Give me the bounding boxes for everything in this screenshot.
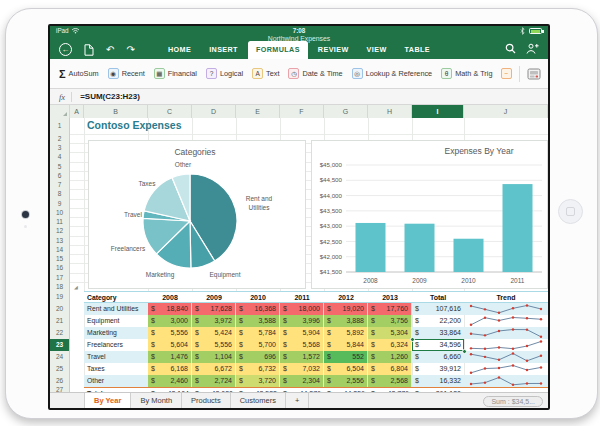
total-cell[interactable]: $39,912 bbox=[412, 363, 464, 375]
function-math-trig-button[interactable]: θMath & Trig bbox=[441, 68, 492, 79]
year-value-cell[interactable]: $1,476 bbox=[148, 351, 192, 363]
year-value-cell[interactable]: $6,168 bbox=[148, 363, 192, 375]
year-value-cell[interactable]: $552 bbox=[324, 351, 368, 363]
row-header-8[interactable]: 8 bbox=[50, 189, 69, 198]
year-value-cell[interactable]: $5,784 bbox=[236, 327, 280, 339]
row-header-1[interactable]: 1 bbox=[50, 118, 69, 134]
year-value-cell[interactable]: $1,260 bbox=[368, 351, 412, 363]
trend-cell[interactable] bbox=[464, 339, 548, 351]
year-value-cell[interactable]: $5,568 bbox=[280, 339, 324, 351]
year-value-cell[interactable]: $2,556 bbox=[324, 375, 368, 387]
trend-cell[interactable] bbox=[464, 363, 548, 375]
row-header-15[interactable]: 15 bbox=[50, 254, 69, 263]
column-header-c[interactable]: C bbox=[148, 105, 192, 118]
total-cell[interactable]: $107,616 bbox=[412, 303, 464, 315]
bar-2008[interactable] bbox=[356, 223, 386, 272]
column-header-e[interactable]: E bbox=[236, 105, 280, 118]
row-header-11[interactable]: 11 bbox=[50, 217, 69, 226]
tab-table[interactable]: TABLE bbox=[397, 41, 438, 59]
category-cell[interactable]: Equipment bbox=[84, 315, 148, 327]
tab-review[interactable]: REVIEW bbox=[310, 41, 357, 59]
sheet-tab-by-year[interactable]: By Year bbox=[84, 393, 131, 408]
add-sheet-button[interactable]: + bbox=[286, 393, 309, 408]
year-value-cell[interactable]: $5,556 bbox=[148, 327, 192, 339]
year-value-cell[interactable]: $696 bbox=[236, 351, 280, 363]
year-value-cell[interactable]: $5,892 bbox=[324, 327, 368, 339]
year-value-cell[interactable]: $5,424 bbox=[192, 327, 236, 339]
row-header-18[interactable]: 18 bbox=[50, 282, 69, 291]
row-header-2[interactable]: 2 bbox=[50, 134, 69, 143]
share-person-icon[interactable] bbox=[526, 43, 539, 54]
row-header-10[interactable]: 10 bbox=[50, 208, 69, 217]
year-value-cell[interactable]: $2,568 bbox=[368, 375, 412, 387]
function-text-button[interactable]: AText bbox=[252, 68, 279, 79]
year-value-cell[interactable]: $17,760 bbox=[368, 303, 412, 315]
category-cell[interactable]: Taxes bbox=[84, 363, 148, 375]
row-header-4[interactable]: 4 bbox=[50, 152, 69, 161]
total-cell[interactable]: $6,660 bbox=[412, 351, 464, 363]
total-cell[interactable]: $16,332 bbox=[412, 375, 464, 387]
column-header-h[interactable]: H bbox=[368, 105, 412, 118]
category-cell[interactable]: Other bbox=[84, 375, 148, 387]
row-header-26[interactable]: 26 bbox=[50, 375, 69, 387]
sheet-tab-customers[interactable]: Customers bbox=[231, 393, 286, 408]
function-autosum-button[interactable]: ΣAutoSum bbox=[59, 68, 99, 80]
row-header-21[interactable]: 21 bbox=[50, 315, 69, 327]
year-value-cell[interactable]: $1,104 bbox=[192, 351, 236, 363]
total-cell[interactable]: $22,200 bbox=[412, 315, 464, 327]
expenses-by-year-bar-chart[interactable]: Expenses By Year$45,000$44,500$44,000$43… bbox=[311, 140, 548, 289]
row-header-14[interactable]: 14 bbox=[50, 245, 69, 254]
row-header-16[interactable]: 16 bbox=[50, 263, 69, 272]
function-recent-button[interactable]: ◉Recent bbox=[108, 68, 145, 79]
total-row-value[interactable]: $44,256 bbox=[324, 388, 368, 392]
year-value-cell[interactable]: $2,460 bbox=[148, 375, 192, 387]
selection-handle-bottom-right[interactable] bbox=[462, 349, 467, 354]
year-value-cell[interactable]: $6,324 bbox=[368, 339, 412, 351]
year-value-cell[interactable]: $6,672 bbox=[192, 363, 236, 375]
select-all-corner[interactable] bbox=[50, 105, 70, 118]
expenses-table[interactable]: Category200820092010201120122013TotalTre… bbox=[84, 291, 548, 392]
year-value-cell[interactable]: $3,000 bbox=[148, 315, 192, 327]
row-header-22[interactable]: 22 bbox=[50, 327, 69, 339]
row-header-23[interactable]: 23 bbox=[50, 339, 69, 351]
more-functions-button[interactable]: − bbox=[501, 68, 512, 79]
function-date-time-button[interactable]: ◷Date & Time bbox=[288, 68, 342, 79]
sum-status-badge[interactable]: Sum : $34,5... bbox=[483, 396, 543, 407]
year-value-cell[interactable]: $7,032 bbox=[280, 363, 324, 375]
year-value-cell[interactable]: $3,996 bbox=[280, 315, 324, 327]
category-cell[interactable]: Travel bbox=[84, 351, 148, 363]
trend-cell[interactable] bbox=[464, 303, 548, 315]
total-row-value[interactable]: $43,776 bbox=[368, 388, 412, 392]
year-value-cell[interactable]: $6,732 bbox=[236, 363, 280, 375]
selection-handle-top-left[interactable] bbox=[410, 337, 415, 342]
tab-formulas[interactable]: FORMULAS bbox=[248, 41, 308, 59]
year-value-cell[interactable]: $6,804 bbox=[368, 363, 412, 375]
total-row-value[interactable]: $43,104 bbox=[148, 388, 192, 392]
total-row-value[interactable]: $42,588 bbox=[236, 388, 280, 392]
function-lookup-reference-button[interactable]: ◎Lookup & Reference bbox=[352, 68, 433, 79]
selected-cell-i23[interactable] bbox=[412, 339, 464, 351]
search-icon[interactable] bbox=[505, 43, 516, 54]
row-header-25[interactable]: 25 bbox=[50, 363, 69, 375]
categories-pie-chart[interactable]: CategoriesRent andUtilitiesEquipmentMark… bbox=[88, 140, 306, 289]
year-value-cell[interactable]: $3,888 bbox=[324, 315, 368, 327]
bar-2010[interactable] bbox=[454, 239, 484, 272]
column-header-i[interactable]: I bbox=[412, 105, 464, 118]
row-header-6[interactable]: 6 bbox=[50, 171, 69, 180]
bar-2011[interactable] bbox=[503, 184, 533, 272]
year-value-cell[interactable]: $5,304 bbox=[368, 327, 412, 339]
year-value-cell[interactable]: $5,904 bbox=[280, 327, 324, 339]
year-value-cell[interactable]: $1,572 bbox=[280, 351, 324, 363]
category-cell[interactable]: Freelancers bbox=[84, 339, 148, 351]
year-value-cell[interactable]: $16,368 bbox=[236, 303, 280, 315]
row-header-3[interactable]: 3 bbox=[50, 143, 69, 152]
tab-view[interactable]: VIEW bbox=[359, 41, 395, 59]
year-value-cell[interactable]: $3,756 bbox=[368, 315, 412, 327]
year-value-cell[interactable]: $6,504 bbox=[324, 363, 368, 375]
year-value-cell[interactable]: $18,840 bbox=[148, 303, 192, 315]
grand-total-cell[interactable]: $261,180 bbox=[412, 388, 464, 392]
row-header-19[interactable]: 19 bbox=[50, 291, 69, 303]
row-header-17[interactable]: 17 bbox=[50, 273, 69, 282]
year-value-cell[interactable]: $5,556 bbox=[192, 339, 236, 351]
tab-home[interactable]: HOME bbox=[160, 41, 199, 59]
